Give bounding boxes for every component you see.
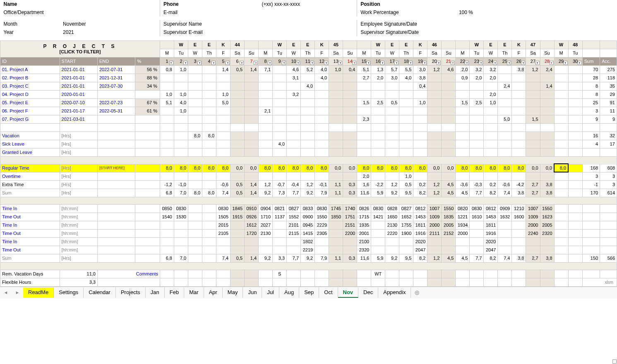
data-cell[interactable]: -0,6 [216,180,230,189]
data-cell[interactable] [259,74,273,82]
data-cell[interactable] [385,115,399,123]
data-cell[interactable] [273,115,287,123]
data-cell[interactable] [385,237,399,246]
data-cell[interactable] [188,246,202,254]
data-cell[interactable] [343,132,357,140]
data-cell[interactable] [540,237,554,246]
data-cell[interactable] [329,82,343,90]
data-cell[interactable] [413,115,427,123]
col-id[interactable]: ID▾ [0,57,60,65]
data-cell[interactable]: 6,8 [160,189,174,197]
data-cell[interactable] [526,98,540,107]
comment-cell[interactable]: S [273,270,287,278]
data-cell[interactable] [329,107,343,115]
data-cell[interactable] [540,115,554,123]
data-cell[interactable]: 0,3 [343,189,357,197]
day-num[interactable]: 3▾ [188,57,202,65]
data-cell[interactable] [526,237,540,246]
data-cell[interactable]: -3,6 [456,180,470,189]
data-cell[interactable]: -4,2 [512,180,526,189]
data-cell[interactable]: 7,4 [216,189,230,197]
data-cell[interactable]: 5,0 [498,115,512,123]
data-cell[interactable]: 7,0 [174,189,188,197]
data-cell[interactable]: 1221 [456,213,470,221]
data-cell[interactable]: 0,5 [399,180,413,189]
data-cell[interactable]: 0,0 [343,164,357,172]
data-cell[interactable]: 5,1 [357,65,371,74]
data-cell[interactable] [273,229,287,237]
data-cell[interactable]: 0830 [371,204,385,213]
data-cell[interactable]: 5,2 [301,65,315,74]
data-cell[interactable]: 7,0 [174,254,188,262]
data-cell[interactable]: 4,0 [315,74,329,82]
comment-cell[interactable] [413,270,427,278]
data-cell[interactable] [174,115,188,123]
data-cell[interactable] [568,204,582,213]
data-cell[interactable] [174,140,188,148]
data-cell[interactable] [315,148,329,156]
comment-cell[interactable] [329,270,343,278]
data-cell[interactable]: 3,8 [540,254,554,262]
data-cell[interactable] [442,74,456,82]
data-cell[interactable] [315,82,329,90]
data-cell[interactable]: 1715 [357,213,371,221]
data-cell[interactable] [512,74,526,82]
day-num[interactable]: 14▾ [343,57,357,65]
data-cell[interactable] [385,140,399,148]
data-cell[interactable] [526,107,540,115]
data-cell[interactable] [259,237,273,246]
data-cell[interactable] [484,115,498,123]
tab-prev[interactable]: ◄ [0,290,12,295]
filter-icon[interactable]: ▾ [437,61,441,65]
data-cell[interactable] [329,140,343,148]
data-cell[interactable] [526,246,540,254]
data-cell[interactable] [484,140,498,148]
data-cell[interactable] [301,90,315,98]
data-cell[interactable]: 1,5 [357,98,371,107]
data-cell[interactable] [273,74,287,82]
data-cell[interactable] [470,115,484,123]
data-cell[interactable]: 1751 [343,213,357,221]
data-cell[interactable] [301,115,315,123]
day-num[interactable]: 29▾ [554,57,568,65]
data-cell[interactable] [540,74,554,82]
data-cell[interactable] [512,107,526,115]
comment-cell[interactable] [554,270,568,278]
data-cell[interactable] [245,115,259,123]
data-cell[interactable]: 2,7 [526,254,540,262]
data-cell[interactable]: 6,8 [160,254,174,262]
data-cell[interactable] [427,140,442,148]
data-cell[interactable]: 8,0 [202,164,216,172]
data-cell[interactable] [498,74,512,82]
data-cell[interactable] [357,140,371,148]
data-cell[interactable]: 5,0 [216,98,230,107]
data-cell[interactable] [442,82,456,90]
data-cell[interactable]: 1,4 [245,189,259,197]
active-cell[interactable]: 8,0▾8,04,83,20,0 [554,164,568,172]
tab-jun[interactable]: Jun [243,287,262,298]
data-cell[interactable]: 0,0 [230,164,245,172]
data-cell[interactable]: 2151 [343,221,357,229]
data-cell[interactable] [484,82,498,90]
data-cell[interactable] [554,115,568,123]
data-cell[interactable] [188,65,202,74]
data-cell[interactable] [245,237,259,246]
data-cell[interactable] [442,172,456,180]
filter-icon[interactable]: ▾ [197,61,202,65]
data-cell[interactable] [230,221,245,229]
data-cell[interactable]: 2047 [413,246,427,254]
data-cell[interactable] [568,115,582,123]
data-cell[interactable]: 9,2 [385,254,399,262]
data-cell[interactable] [470,221,484,229]
data-cell[interactable]: 8,0 [498,164,512,172]
data-cell[interactable] [174,74,188,82]
data-cell[interactable]: 2,0 [470,74,484,82]
data-cell[interactable] [230,90,245,98]
data-cell[interactable]: 1,1 [329,254,343,262]
data-cell[interactable] [160,172,174,180]
data-cell[interactable]: 8,0 [399,164,413,172]
data-cell[interactable]: 1745 [329,204,343,213]
filter-icon[interactable]: ▾ [535,61,540,65]
data-cell[interactable] [174,82,188,90]
comment-cell[interactable] [442,270,456,278]
